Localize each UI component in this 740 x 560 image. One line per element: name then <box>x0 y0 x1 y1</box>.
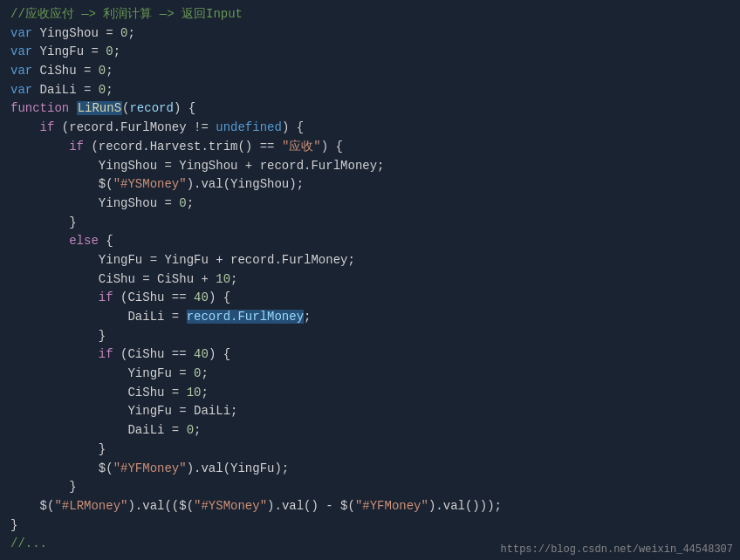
code-line: } <box>0 516 740 536</box>
code-line: YingFu = 0; <box>0 365 740 384</box>
code-line: } <box>0 327 740 346</box>
code-line: var YingShou = 0; <box>0 24 740 44</box>
code-line: if (CiShu == 40) { <box>0 345 740 365</box>
code-line: } <box>0 440 740 460</box>
code-line: var CiShu = 0; <box>0 62 740 81</box>
code-line: var YingFu = 0; <box>0 43 740 62</box>
code-line: function LiRunS(record) { <box>0 99 740 119</box>
code-line: } <box>0 478 740 497</box>
code-line: else { <box>0 232 740 251</box>
code-line: CiShu = 10; <box>0 384 740 403</box>
code-line: YingShou = 0; <box>0 195 740 214</box>
code-line: CiShu = CiShu + 10; <box>0 270 740 290</box>
code-line: $("#LRMoney").val(($("#YSMoney").val() -… <box>0 497 740 516</box>
code-editor: //应收应付 —> 利润计算 —> 返回Inputvar YingShou = … <box>0 0 740 560</box>
code-line: $("#YFMoney").val(YingFu); <box>0 460 740 479</box>
code-line: YingShou = YingShou + record.FurlMoney; <box>0 157 740 176</box>
code-line: if (record.FurlMoney != undefined) { <box>0 119 740 138</box>
code-line: YingFu = DaiLi; <box>0 402 740 421</box>
code-line: DaiLi = record.FurlMoney; <box>0 308 740 327</box>
footer-link[interactable]: https://blog.csdn.net/weixin_44548307 <box>494 540 740 560</box>
code-line: var DaiLi = 0; <box>0 81 740 100</box>
code-line: YingFu = YingFu + record.FurlMoney; <box>0 251 740 270</box>
code-line: if (CiShu == 40) { <box>0 289 740 308</box>
code-line: DaiLi = 0; <box>0 421 740 440</box>
code-line: $("#YSMoney").val(YingShou); <box>0 175 740 195</box>
code-line: //应收应付 —> 利润计算 —> 返回Input <box>0 5 740 24</box>
code-line: if (record.Harvest.trim() == "应收") { <box>0 138 740 157</box>
code-line: } <box>0 214 740 233</box>
